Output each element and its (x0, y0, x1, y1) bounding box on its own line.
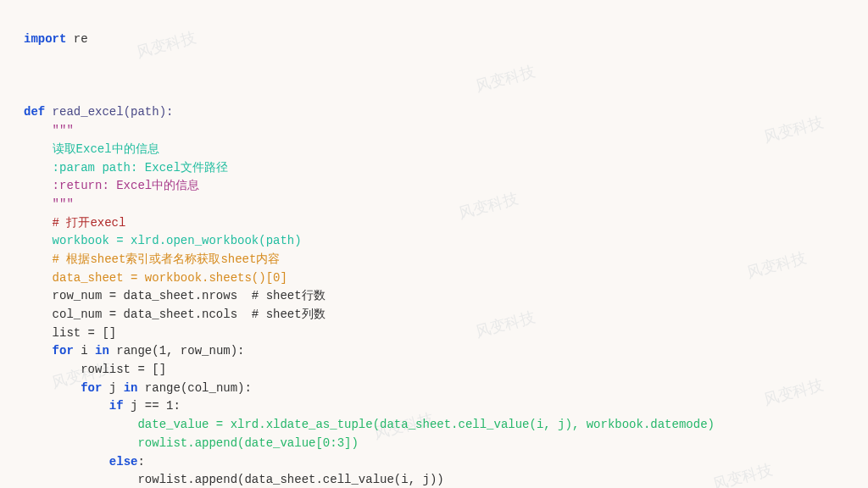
code-line: list = [] (24, 326, 116, 340)
colon: : (137, 455, 144, 469)
range-call: range(col_num): (137, 381, 251, 395)
kw-else: else (109, 455, 138, 469)
import-target: re (66, 32, 87, 46)
code-line: rowlist = [] (24, 363, 166, 376)
kw-def: def (24, 105, 45, 119)
fn-read-excel: read_excel(path): (45, 105, 173, 119)
docstring-line: :param path: Excel文件路径 (24, 161, 228, 175)
docstring-line: :return: Excel中的信息 (24, 179, 199, 192)
indent (24, 344, 53, 358)
comment: # sheet列数 (252, 308, 326, 321)
code-line: data_sheet = workbook.sheets()[0] (24, 271, 287, 285)
comment: # 根据sheet索引或者名称获取sheet内容 (24, 252, 280, 266)
docstring-line: 读取Excel中的信息 (24, 142, 159, 156)
kw-in: in (124, 381, 138, 395)
indent (24, 455, 109, 469)
code-line: rowlist.append(date_value[0:3]) (24, 436, 359, 450)
cond: j == 1: (124, 399, 181, 413)
kw-in: in (95, 344, 109, 358)
code-line: workbook = xlrd.open_workbook(path) (24, 234, 302, 247)
comment: # 打开execl (24, 216, 125, 230)
code-line: rowlist.append(data_sheet.cell_value(i, … (24, 473, 444, 486)
range-call: range(1, row_num): (109, 344, 245, 358)
kw-import: import (24, 32, 66, 46)
docstring-close: """ (24, 197, 74, 211)
code-line: col_num = data_sheet.ncols (24, 308, 252, 321)
var: j (102, 381, 123, 395)
kw-for: for (53, 344, 74, 358)
indent (24, 399, 109, 413)
comment: # sheet行数 (252, 289, 326, 302)
docstring-open: """ (24, 124, 74, 137)
code-block: import re def read_excel(path): """ 读取Ex… (24, 12, 844, 488)
code-line: date_value = xlrd.xldate_as_tuple(data_s… (24, 418, 715, 431)
indent (24, 381, 81, 395)
var: i (74, 344, 95, 358)
kw-for: for (81, 381, 102, 395)
kw-if: if (109, 399, 124, 413)
code-line: row_num = data_sheet.nrows (24, 289, 252, 302)
